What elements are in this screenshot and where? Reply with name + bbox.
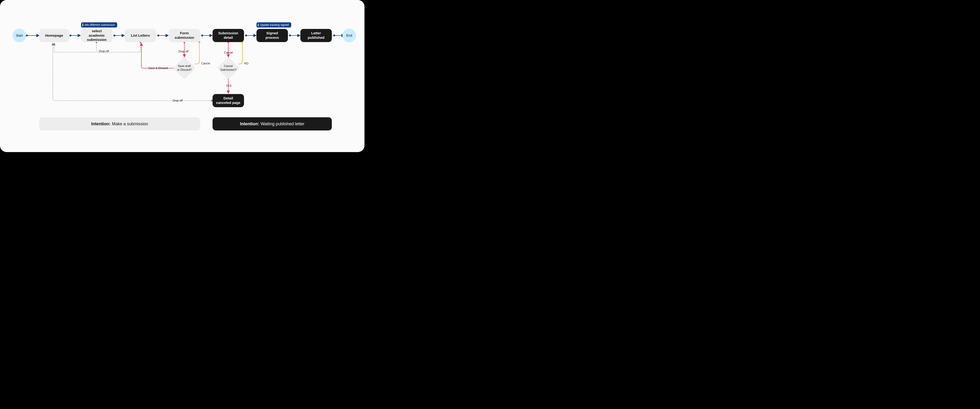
node-select-label: select academic submission bbox=[84, 29, 109, 42]
decision-save-label: Save draft or Discard? bbox=[177, 64, 191, 72]
label-cancel-form: Cancel bbox=[201, 62, 210, 65]
label-no: NO bbox=[244, 62, 248, 65]
label-dropoff-select: Drop off bbox=[99, 50, 109, 53]
intention-right-val: Waiting published letter bbox=[261, 121, 304, 126]
intention-right-key: Intention: bbox=[240, 121, 259, 126]
node-signed-process: Signed process bbox=[256, 29, 288, 42]
node-list-letters: List Letters bbox=[125, 29, 156, 42]
node-letter-published: Letter published bbox=[301, 29, 332, 42]
intention-left-key: Intention: bbox=[91, 121, 110, 126]
label-cancel-sub: Cancel bbox=[224, 51, 233, 54]
node-form-label: Form submission bbox=[172, 31, 197, 40]
node-subdetail-label: Submission detail bbox=[216, 31, 241, 40]
label-yes: YES bbox=[226, 84, 232, 88]
node-homepage: Homepage bbox=[39, 29, 69, 42]
node-form-submission: Form submission bbox=[169, 29, 200, 42]
terminal-end-label: End bbox=[347, 34, 352, 37]
svg-point-2 bbox=[70, 35, 72, 37]
intention-left-val: Make a submission bbox=[112, 121, 148, 126]
node-signed-label: Signed process bbox=[260, 31, 285, 40]
tag-update-tracking-label: Update tracking signed bbox=[260, 23, 289, 27]
decision-cancel-submission: Cancel Submission? bbox=[217, 57, 240, 80]
label-dropoff-form: Drop off bbox=[178, 50, 188, 53]
svg-point-6 bbox=[158, 35, 159, 37]
tag-info-submission-label: info different submission bbox=[84, 23, 115, 27]
terminal-start-label: Start bbox=[16, 34, 23, 37]
terminal-start: Start bbox=[13, 29, 26, 42]
svg-point-4 bbox=[113, 35, 115, 37]
label-dropoff-canceled: Drop off bbox=[173, 99, 183, 102]
svg-point-14 bbox=[333, 35, 335, 37]
intention-make-submission: Intention: Make a submission bbox=[39, 117, 200, 131]
node-canceled-label: Detail canceled page bbox=[216, 96, 241, 105]
node-select-academic: select academic submission bbox=[81, 29, 113, 42]
decision-cancel-label: Cancel Submission? bbox=[220, 64, 237, 72]
svg-point-10 bbox=[245, 35, 247, 37]
svg-point-0 bbox=[26, 35, 28, 37]
node-submission-detail: Submission detail bbox=[213, 29, 244, 42]
tag-update-tracking: Update tracking signed bbox=[256, 22, 291, 27]
node-homepage-label: Homepage bbox=[45, 34, 63, 38]
flow-canvas: Start End info different submission Upda… bbox=[0, 0, 364, 152]
svg-point-12 bbox=[289, 35, 291, 37]
svg-point-8 bbox=[201, 35, 203, 37]
decision-save-draft: Save draft or Discard? bbox=[173, 57, 196, 80]
terminal-end: End bbox=[342, 29, 356, 42]
node-detail-canceled: Detail canceled page bbox=[213, 94, 244, 107]
node-list-letters-label: List Letters bbox=[131, 34, 150, 38]
intention-waiting-published: Intention: Waiting published letter bbox=[213, 117, 332, 131]
label-save-discard: Save & Discard bbox=[148, 67, 168, 70]
tag-info-submission: info different submission bbox=[81, 22, 117, 27]
node-published-label: Letter published bbox=[304, 31, 329, 40]
